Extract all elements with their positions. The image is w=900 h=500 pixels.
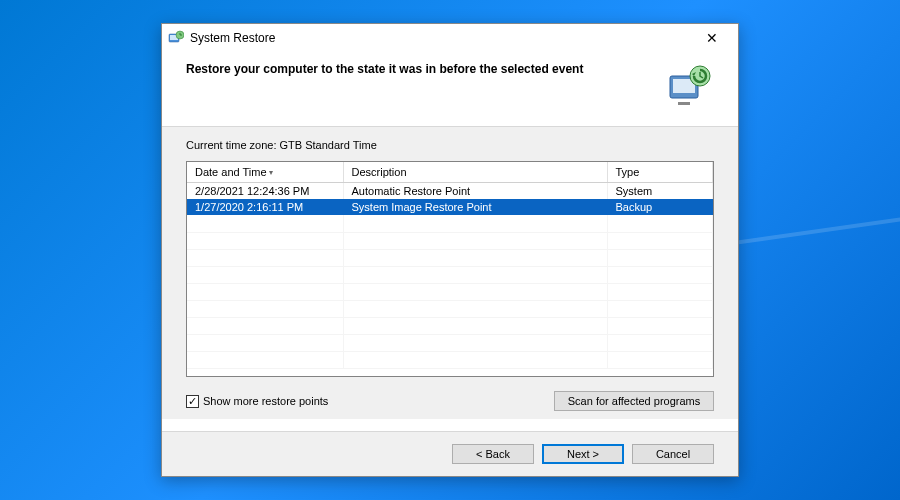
- column-header-type-label: Type: [616, 166, 640, 178]
- column-header-date[interactable]: Date and Time▾: [187, 162, 343, 183]
- close-button[interactable]: ✕: [692, 26, 732, 50]
- cell-type: System: [607, 183, 713, 200]
- cell-type: Backup: [607, 199, 713, 215]
- table-row[interactable]: 1/27/2020 2:16:11 PMSystem Image Restore…: [187, 199, 713, 215]
- cell-date: 2/28/2021 12:24:36 PM: [187, 183, 343, 200]
- svg-rect-5: [678, 102, 690, 105]
- column-header-description[interactable]: Description: [343, 162, 607, 183]
- table-row-empty: [187, 232, 713, 249]
- system-restore-icon: [168, 30, 184, 46]
- table-row-empty: [187, 249, 713, 266]
- checkmark-icon: ✓: [188, 396, 197, 407]
- column-header-type[interactable]: Type: [607, 162, 713, 183]
- table-row-empty: [187, 215, 713, 232]
- cell-description: System Image Restore Point: [343, 199, 607, 215]
- scan-affected-programs-button[interactable]: Scan for affected programs: [554, 391, 714, 411]
- cell-description: Automatic Restore Point: [343, 183, 607, 200]
- column-header-description-label: Description: [352, 166, 407, 178]
- titlebar: System Restore ✕: [162, 24, 738, 52]
- wizard-footer: < Back Next > Cancel: [162, 431, 738, 476]
- table-row-empty: [187, 334, 713, 351]
- below-table-row: ✓ Show more restore points Scan for affe…: [186, 391, 714, 411]
- cancel-button[interactable]: Cancel: [632, 444, 714, 464]
- system-restore-dialog: System Restore ✕ Restore your computer t…: [161, 23, 739, 477]
- next-button[interactable]: Next >: [542, 444, 624, 464]
- sort-indicator-icon: ▾: [269, 168, 273, 177]
- table-header-row: Date and Time▾ Description Type: [187, 162, 713, 183]
- restore-illustration-icon: [666, 62, 714, 110]
- close-icon: ✕: [706, 30, 718, 46]
- checkbox-box: ✓: [186, 395, 199, 408]
- page-heading: Restore your computer to the state it wa…: [186, 62, 583, 76]
- table-row-empty: [187, 351, 713, 368]
- header-panel: Restore your computer to the state it wa…: [162, 52, 738, 127]
- table-row-empty: [187, 317, 713, 334]
- table-row-empty: [187, 283, 713, 300]
- show-more-checkbox[interactable]: ✓ Show more restore points: [186, 395, 328, 408]
- timezone-label: Current time zone: GTB Standard Time: [186, 139, 714, 151]
- cell-date: 1/27/2020 2:16:11 PM: [187, 199, 343, 215]
- window-title: System Restore: [190, 31, 275, 45]
- table-row-empty: [187, 266, 713, 283]
- table-row[interactable]: 2/28/2021 12:24:36 PMAutomatic Restore P…: [187, 183, 713, 200]
- show-more-label: Show more restore points: [203, 395, 328, 407]
- restore-points-table: Date and Time▾ Description Type 2/28/202…: [186, 161, 714, 377]
- table-row-empty: [187, 300, 713, 317]
- back-button[interactable]: < Back: [452, 444, 534, 464]
- column-header-date-label: Date and Time: [195, 166, 267, 178]
- body-panel: Current time zone: GTB Standard Time Dat…: [162, 127, 738, 419]
